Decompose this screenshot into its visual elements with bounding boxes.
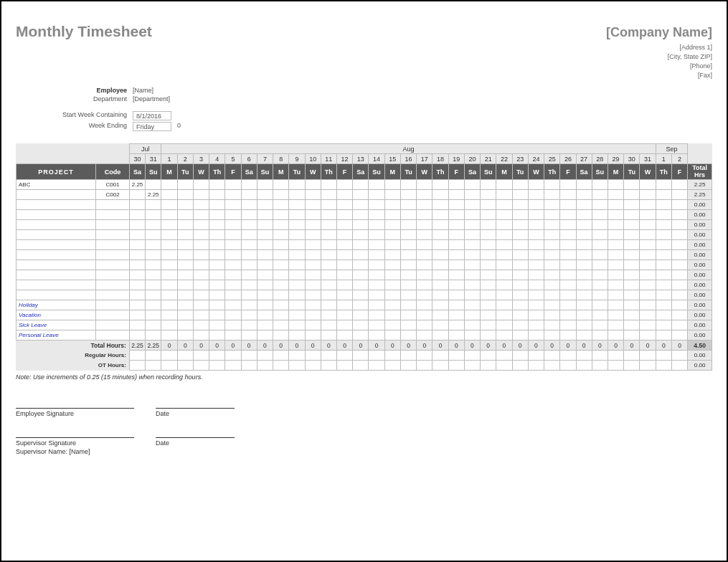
hours-cell[interactable] xyxy=(512,320,528,330)
hours-cell[interactable] xyxy=(241,190,257,200)
ot-cell[interactable] xyxy=(576,361,592,371)
hours-cell[interactable] xyxy=(481,220,496,230)
hours-cell[interactable] xyxy=(193,260,209,270)
hours-cell[interactable] xyxy=(193,270,209,280)
hours-cell[interactable] xyxy=(560,230,576,240)
hours-cell[interactable] xyxy=(273,310,289,320)
hours-cell[interactable] xyxy=(321,320,336,330)
ot-cell[interactable] xyxy=(336,361,352,371)
hours-cell[interactable] xyxy=(241,290,257,300)
hours-cell[interactable] xyxy=(544,220,560,230)
hours-cell[interactable] xyxy=(400,210,416,220)
hours-cell[interactable] xyxy=(592,330,608,340)
hours-cell[interactable] xyxy=(417,330,432,340)
hours-cell[interactable] xyxy=(528,330,544,340)
hours-cell[interactable] xyxy=(400,290,416,300)
hours-cell[interactable] xyxy=(273,180,289,190)
hours-cell[interactable] xyxy=(321,200,336,210)
hours-cell[interactable] xyxy=(241,330,257,340)
ot-cell[interactable] xyxy=(241,361,257,371)
hours-cell[interactable] xyxy=(671,260,687,270)
hours-cell[interactable] xyxy=(369,300,384,310)
hours-cell[interactable] xyxy=(289,280,305,290)
hours-cell[interactable] xyxy=(448,260,464,270)
hours-cell[interactable] xyxy=(528,320,544,330)
hours-cell[interactable] xyxy=(273,250,289,260)
hours-cell[interactable] xyxy=(241,250,257,260)
code-cell[interactable] xyxy=(96,260,130,270)
regular-cell[interactable] xyxy=(321,351,336,361)
hours-cell[interactable] xyxy=(671,190,687,200)
hours-cell[interactable] xyxy=(193,290,209,300)
hours-cell[interactable] xyxy=(608,200,623,210)
hours-cell[interactable] xyxy=(624,230,640,240)
ot-cell[interactable] xyxy=(353,361,369,371)
hours-cell[interactable] xyxy=(289,240,305,250)
hours-cell[interactable] xyxy=(161,330,177,340)
hours-cell[interactable] xyxy=(353,200,369,210)
hours-cell[interactable] xyxy=(146,260,161,270)
hours-cell[interactable] xyxy=(464,220,480,230)
hours-cell[interactable] xyxy=(608,260,623,270)
hours-cell[interactable] xyxy=(624,180,640,190)
code-cell[interactable] xyxy=(96,270,130,280)
hours-cell[interactable] xyxy=(464,200,480,210)
hours-cell[interactable] xyxy=(257,300,273,310)
hours-cell[interactable] xyxy=(544,190,560,200)
hours-cell[interactable] xyxy=(161,200,177,210)
hours-cell[interactable] xyxy=(624,330,640,340)
hours-cell[interactable] xyxy=(560,310,576,320)
hours-cell[interactable] xyxy=(400,200,416,210)
hours-cell[interactable] xyxy=(481,270,496,280)
hours-cell[interactable] xyxy=(384,220,400,230)
hours-cell[interactable]: 2.25 xyxy=(146,190,161,200)
hours-cell[interactable] xyxy=(608,330,623,340)
hours-cell[interactable] xyxy=(417,220,432,230)
hours-cell[interactable]: 2.25 xyxy=(129,180,145,190)
hours-cell[interactable] xyxy=(161,270,177,280)
code-cell[interactable] xyxy=(96,200,130,210)
hours-cell[interactable] xyxy=(146,180,161,190)
hours-cell[interactable] xyxy=(512,220,528,230)
hours-cell[interactable] xyxy=(432,220,448,230)
hours-cell[interactable] xyxy=(560,320,576,330)
hours-cell[interactable] xyxy=(193,210,209,220)
hours-cell[interactable] xyxy=(592,300,608,310)
hours-cell[interactable] xyxy=(161,260,177,270)
hours-cell[interactable] xyxy=(464,290,480,300)
regular-cell[interactable] xyxy=(400,351,416,361)
hours-cell[interactable] xyxy=(481,190,496,200)
hours-cell[interactable] xyxy=(336,320,352,330)
hours-cell[interactable] xyxy=(305,190,321,200)
regular-cell[interactable] xyxy=(671,351,687,361)
hours-cell[interactable] xyxy=(560,240,576,250)
hours-cell[interactable] xyxy=(384,240,400,250)
regular-cell[interactable] xyxy=(448,351,464,361)
hours-cell[interactable] xyxy=(321,190,336,200)
hours-cell[interactable] xyxy=(209,220,225,230)
hours-cell[interactable] xyxy=(448,330,464,340)
hours-cell[interactable] xyxy=(656,330,671,340)
regular-cell[interactable] xyxy=(384,351,400,361)
hours-cell[interactable] xyxy=(640,180,656,190)
ot-cell[interactable] xyxy=(671,361,687,371)
hours-cell[interactable] xyxy=(177,210,193,220)
hours-cell[interactable] xyxy=(512,230,528,240)
hours-cell[interactable] xyxy=(353,320,369,330)
hours-cell[interactable] xyxy=(432,250,448,260)
hours-cell[interactable] xyxy=(671,330,687,340)
hours-cell[interactable] xyxy=(241,230,257,240)
regular-cell[interactable] xyxy=(640,351,656,361)
hours-cell[interactable] xyxy=(384,200,400,210)
hours-cell[interactable] xyxy=(624,250,640,260)
hours-cell[interactable] xyxy=(257,210,273,220)
hours-cell[interactable] xyxy=(225,250,241,260)
hours-cell[interactable] xyxy=(384,330,400,340)
hours-cell[interactable] xyxy=(512,210,528,220)
hours-cell[interactable] xyxy=(640,260,656,270)
hours-cell[interactable] xyxy=(481,200,496,210)
hours-cell[interactable] xyxy=(384,190,400,200)
hours-cell[interactable] xyxy=(528,190,544,200)
regular-cell[interactable] xyxy=(624,351,640,361)
hours-cell[interactable] xyxy=(209,270,225,280)
